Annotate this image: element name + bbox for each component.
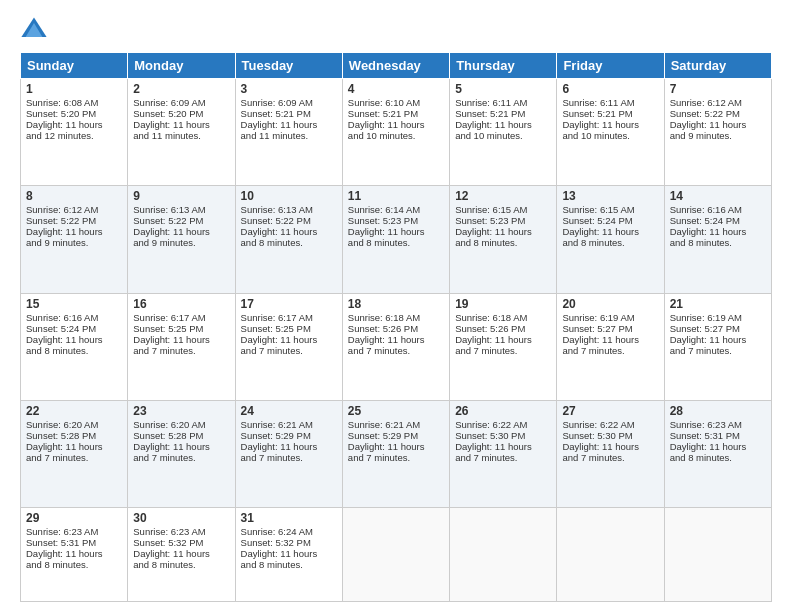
- day-info-line: and 11 minutes.: [133, 130, 229, 141]
- logo-icon: [20, 16, 48, 44]
- day-info-line: Daylight: 11 hours: [670, 119, 766, 130]
- calendar-cell: 24Sunrise: 6:21 AMSunset: 5:29 PMDayligh…: [235, 400, 342, 507]
- day-info-line: Daylight: 11 hours: [455, 334, 551, 345]
- calendar-cell: 7Sunrise: 6:12 AMSunset: 5:22 PMDaylight…: [664, 79, 771, 186]
- day-info-line: Daylight: 11 hours: [26, 441, 122, 452]
- day-info-line: Sunrise: 6:23 AM: [133, 526, 229, 537]
- day-info-line: Sunrise: 6:19 AM: [670, 312, 766, 323]
- day-info-line: Sunset: 5:20 PM: [133, 108, 229, 119]
- day-info-line: Sunrise: 6:10 AM: [348, 97, 444, 108]
- day-number: 22: [26, 404, 122, 418]
- day-info-line: and 8 minutes.: [241, 559, 337, 570]
- day-info-line: Daylight: 11 hours: [670, 334, 766, 345]
- day-number: 16: [133, 297, 229, 311]
- calendar-cell: 30Sunrise: 6:23 AMSunset: 5:32 PMDayligh…: [128, 508, 235, 602]
- day-info-line: Sunrise: 6:09 AM: [133, 97, 229, 108]
- day-info-line: and 8 minutes.: [455, 237, 551, 248]
- calendar-cell: 25Sunrise: 6:21 AMSunset: 5:29 PMDayligh…: [342, 400, 449, 507]
- day-number: 31: [241, 511, 337, 525]
- day-info-line: Daylight: 11 hours: [133, 441, 229, 452]
- day-number: 5: [455, 82, 551, 96]
- day-info-line: Sunset: 5:21 PM: [241, 108, 337, 119]
- day-info-line: Sunset: 5:31 PM: [670, 430, 766, 441]
- day-header-friday: Friday: [557, 53, 664, 79]
- day-number: 9: [133, 189, 229, 203]
- day-info-line: Sunrise: 6:14 AM: [348, 204, 444, 215]
- calendar-cell: 16Sunrise: 6:17 AMSunset: 5:25 PMDayligh…: [128, 293, 235, 400]
- day-info-line: Daylight: 11 hours: [348, 441, 444, 452]
- day-info-line: Sunrise: 6:16 AM: [26, 312, 122, 323]
- calendar-cell: 17Sunrise: 6:17 AMSunset: 5:25 PMDayligh…: [235, 293, 342, 400]
- day-info-line: Sunrise: 6:15 AM: [562, 204, 658, 215]
- day-info-line: Sunset: 5:29 PM: [348, 430, 444, 441]
- day-info-line: and 8 minutes.: [348, 237, 444, 248]
- day-info-line: and 7 minutes.: [133, 452, 229, 463]
- day-number: 3: [241, 82, 337, 96]
- day-info-line: Sunset: 5:31 PM: [26, 537, 122, 548]
- day-info-line: Sunrise: 6:22 AM: [455, 419, 551, 430]
- day-info-line: Daylight: 11 hours: [670, 441, 766, 452]
- day-info-line: Sunrise: 6:13 AM: [133, 204, 229, 215]
- day-header-wednesday: Wednesday: [342, 53, 449, 79]
- day-info-line: and 7 minutes.: [241, 452, 337, 463]
- day-number: 4: [348, 82, 444, 96]
- day-info-line: Daylight: 11 hours: [26, 548, 122, 559]
- day-info-line: Daylight: 11 hours: [348, 226, 444, 237]
- day-info-line: Daylight: 11 hours: [562, 334, 658, 345]
- day-number: 1: [26, 82, 122, 96]
- day-number: 2: [133, 82, 229, 96]
- day-info-line: and 7 minutes.: [241, 345, 337, 356]
- day-info-line: Sunset: 5:30 PM: [562, 430, 658, 441]
- day-info-line: Sunrise: 6:17 AM: [241, 312, 337, 323]
- day-info-line: Sunrise: 6:18 AM: [455, 312, 551, 323]
- day-header-thursday: Thursday: [450, 53, 557, 79]
- day-info-line: Daylight: 11 hours: [26, 334, 122, 345]
- day-info-line: Sunset: 5:21 PM: [455, 108, 551, 119]
- day-info-line: Sunset: 5:26 PM: [455, 323, 551, 334]
- day-info-line: Sunset: 5:24 PM: [670, 215, 766, 226]
- day-info-line: Daylight: 11 hours: [562, 441, 658, 452]
- calendar-cell: 21Sunrise: 6:19 AMSunset: 5:27 PMDayligh…: [664, 293, 771, 400]
- day-info-line: and 7 minutes.: [348, 452, 444, 463]
- day-info-line: Daylight: 11 hours: [133, 334, 229, 345]
- day-info-line: Daylight: 11 hours: [26, 119, 122, 130]
- calendar-cell: 22Sunrise: 6:20 AMSunset: 5:28 PMDayligh…: [21, 400, 128, 507]
- day-info-line: Daylight: 11 hours: [562, 119, 658, 130]
- day-info-line: Daylight: 11 hours: [26, 226, 122, 237]
- day-info-line: Daylight: 11 hours: [455, 119, 551, 130]
- calendar-cell: 27Sunrise: 6:22 AMSunset: 5:30 PMDayligh…: [557, 400, 664, 507]
- calendar-cell: 8Sunrise: 6:12 AMSunset: 5:22 PMDaylight…: [21, 186, 128, 293]
- day-info-line: Sunset: 5:27 PM: [562, 323, 658, 334]
- day-info-line: Sunset: 5:22 PM: [241, 215, 337, 226]
- day-info-line: and 10 minutes.: [455, 130, 551, 141]
- day-info-line: Sunset: 5:21 PM: [348, 108, 444, 119]
- calendar-cell: [450, 508, 557, 602]
- day-info-line: Sunset: 5:26 PM: [348, 323, 444, 334]
- day-info-line: Daylight: 11 hours: [241, 334, 337, 345]
- day-info-line: Daylight: 11 hours: [241, 548, 337, 559]
- day-number: 6: [562, 82, 658, 96]
- day-number: 15: [26, 297, 122, 311]
- day-info-line: Sunset: 5:23 PM: [455, 215, 551, 226]
- day-number: 21: [670, 297, 766, 311]
- day-info-line: and 10 minutes.: [348, 130, 444, 141]
- calendar-cell: 31Sunrise: 6:24 AMSunset: 5:32 PMDayligh…: [235, 508, 342, 602]
- day-info-line: and 7 minutes.: [26, 452, 122, 463]
- day-number: 19: [455, 297, 551, 311]
- calendar-cell: 14Sunrise: 6:16 AMSunset: 5:24 PMDayligh…: [664, 186, 771, 293]
- calendar-cell: [342, 508, 449, 602]
- day-info-line: Sunset: 5:32 PM: [241, 537, 337, 548]
- day-info-line: and 9 minutes.: [670, 130, 766, 141]
- day-number: 8: [26, 189, 122, 203]
- day-info-line: Daylight: 11 hours: [241, 226, 337, 237]
- day-info-line: Sunset: 5:21 PM: [562, 108, 658, 119]
- day-info-line: Sunrise: 6:16 AM: [670, 204, 766, 215]
- day-info-line: Sunrise: 6:13 AM: [241, 204, 337, 215]
- day-info-line: Daylight: 11 hours: [133, 119, 229, 130]
- day-number: 27: [562, 404, 658, 418]
- day-info-line: Sunrise: 6:11 AM: [455, 97, 551, 108]
- day-info-line: Sunrise: 6:08 AM: [26, 97, 122, 108]
- day-info-line: and 9 minutes.: [133, 237, 229, 248]
- day-info-line: Sunrise: 6:19 AM: [562, 312, 658, 323]
- day-info-line: Sunrise: 6:23 AM: [26, 526, 122, 537]
